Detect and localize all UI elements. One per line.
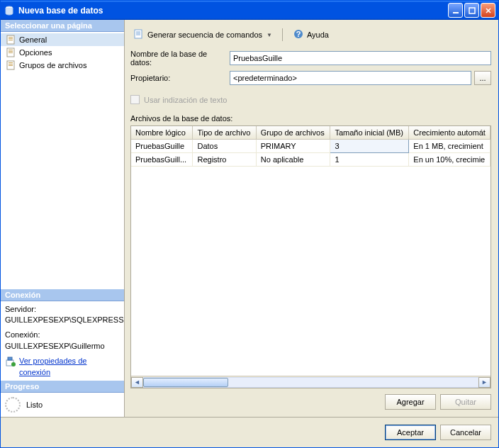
svg-line-3 bbox=[486, 9, 490, 13]
svg-rect-7 bbox=[9, 38, 13, 39]
scroll-track[interactable] bbox=[143, 377, 478, 388]
main-panel: Generar secuencia de comandos ▼ ? Ayuda … bbox=[125, 20, 498, 417]
svg-rect-14 bbox=[9, 62, 13, 63]
add-button[interactable]: Agregar bbox=[385, 394, 436, 410]
connection-label: Conexión: bbox=[5, 330, 120, 340]
col-filegroup[interactable]: Grupo de archivos bbox=[256, 126, 330, 140]
help-icon: ? bbox=[293, 28, 304, 41]
cell-filegroup[interactable]: No aplicable bbox=[256, 153, 330, 167]
dialog-footer: Aceptar Cancelar bbox=[1, 417, 498, 447]
dropdown-arrow-icon: ▼ bbox=[267, 32, 272, 38]
progress-block: Listo bbox=[1, 393, 124, 417]
svg-rect-11 bbox=[9, 51, 13, 52]
svg-rect-2 bbox=[469, 8, 475, 13]
help-label: Ayuda bbox=[307, 30, 329, 39]
page-icon bbox=[5, 47, 16, 58]
cell-initsize[interactable]: 1 bbox=[330, 153, 409, 167]
cell-filetype[interactable]: Registro bbox=[193, 153, 256, 167]
owner-input[interactable] bbox=[230, 71, 471, 85]
cell-filetype[interactable]: Datos bbox=[193, 140, 256, 153]
svg-rect-8 bbox=[9, 40, 13, 40]
grid-buttons: Agregar Quitar bbox=[130, 388, 491, 410]
cancel-button[interactable]: Cancelar bbox=[440, 425, 491, 440]
dbname-row: Nombre de la base de datos: bbox=[130, 50, 491, 67]
scroll-left-icon[interactable]: ◄ bbox=[131, 377, 143, 388]
svg-rect-10 bbox=[9, 50, 13, 50]
svg-text:?: ? bbox=[296, 30, 301, 38]
page-item-label: General bbox=[19, 35, 47, 44]
fulltext-label: Usar indización de texto bbox=[144, 96, 227, 104]
dialog-window: Nueva base de datos Seleccionar una pági… bbox=[0, 0, 499, 448]
connection-value: GUILLEXPESEXP\Guillermo bbox=[5, 341, 120, 352]
page-item-general[interactable]: General bbox=[1, 33, 124, 46]
grid-table: Nombre lógico Tipo de archivo Grupo de a… bbox=[131, 126, 490, 167]
page-item-filegroups[interactable]: Grupos de archivos bbox=[1, 59, 124, 72]
server-value: GUILLEXPESEXP\SQLEXPRESS bbox=[5, 315, 120, 325]
col-initial-size[interactable]: Tamaño inicial (MB) bbox=[330, 126, 409, 140]
cell-initsize[interactable]: 3 bbox=[330, 140, 409, 153]
cell-logical[interactable]: PruebasGuille bbox=[131, 140, 193, 153]
grid-header-row: Nombre lógico Tipo de archivo Grupo de a… bbox=[131, 126, 490, 140]
progress-spinner-icon bbox=[5, 397, 21, 413]
svg-rect-1 bbox=[453, 12, 459, 13]
titlebar[interactable]: Nueva base de datos bbox=[1, 1, 498, 20]
scroll-right-icon[interactable]: ► bbox=[478, 377, 490, 388]
page-item-options[interactable]: Opciones bbox=[1, 46, 124, 59]
view-connection-properties-link[interactable]: Ver propiedades de conexión bbox=[19, 356, 120, 378]
owner-label: Propietario: bbox=[130, 74, 230, 82]
sidebar: Seleccionar una página General Opciones … bbox=[1, 20, 125, 417]
svg-rect-20 bbox=[135, 30, 142, 38]
dialog-body: Seleccionar una página General Opciones … bbox=[1, 20, 498, 417]
scroll-thumb[interactable] bbox=[143, 378, 228, 387]
fulltext-row: Usar indización de texto bbox=[130, 95, 491, 104]
select-page-header: Seleccionar una página bbox=[1, 20, 124, 32]
maximize-button[interactable] bbox=[464, 3, 479, 18]
remove-button: Quitar bbox=[440, 394, 491, 410]
col-logical-name[interactable]: Nombre lógico bbox=[131, 126, 193, 140]
connection-header: Conexión bbox=[1, 289, 124, 301]
page-list: General Opciones Grupos de archivos bbox=[1, 32, 124, 73]
script-label: Generar secuencia de comandos bbox=[147, 30, 262, 39]
grid-row[interactable]: PruebasGuille Datos PRIMARY 3 En 1 MB, c… bbox=[131, 140, 490, 153]
cell-logical[interactable]: PruebasGuill... bbox=[131, 153, 193, 167]
progress-status: Listo bbox=[26, 401, 43, 409]
svg-rect-12 bbox=[9, 52, 13, 53]
owner-row: Propietario: ... bbox=[130, 71, 491, 85]
svg-rect-16 bbox=[9, 65, 13, 66]
properties-icon bbox=[5, 356, 16, 370]
page-icon bbox=[5, 60, 16, 71]
ok-button[interactable]: Aceptar bbox=[385, 425, 436, 440]
svg-rect-18 bbox=[8, 357, 12, 360]
script-button[interactable]: Generar secuencia de comandos ▼ bbox=[130, 27, 275, 43]
minimize-button[interactable] bbox=[448, 3, 463, 18]
svg-rect-15 bbox=[9, 64, 13, 65]
fulltext-checkbox bbox=[130, 95, 140, 104]
dbname-label: Nombre de la base de datos: bbox=[130, 50, 230, 67]
cell-autogrowth[interactable]: En un 10%, crecimie bbox=[409, 153, 490, 167]
cell-autogrowth[interactable]: En 1 MB, crecimient bbox=[409, 140, 490, 153]
script-icon bbox=[133, 28, 145, 41]
col-autogrowth[interactable]: Crecimiento automát bbox=[409, 126, 490, 140]
server-label: Servidor: bbox=[5, 304, 120, 315]
svg-line-4 bbox=[486, 9, 490, 13]
dbname-input[interactable] bbox=[230, 51, 491, 65]
toolbar-separator bbox=[282, 28, 283, 41]
window-title: Nueva base de datos bbox=[18, 6, 447, 16]
page-item-label: Grupos de archivos bbox=[19, 61, 86, 69]
close-button[interactable] bbox=[481, 3, 495, 18]
page-item-label: Opciones bbox=[19, 48, 52, 57]
toolbar: Generar secuencia de comandos ▼ ? Ayuda bbox=[130, 24, 491, 50]
svg-point-19 bbox=[11, 362, 16, 366]
progress-header: Progreso bbox=[1, 381, 124, 393]
svg-rect-6 bbox=[9, 37, 13, 38]
connection-info: Servidor: GUILLEXPESEXP\SQLEXPRESS Conex… bbox=[1, 301, 124, 381]
files-grid: Nombre lógico Tipo de archivo Grupo de a… bbox=[130, 125, 491, 388]
page-icon bbox=[5, 34, 16, 45]
owner-browse-button[interactable]: ... bbox=[474, 71, 491, 85]
horizontal-scrollbar[interactable]: ◄ ► bbox=[131, 376, 490, 388]
grid-body: Nombre lógico Tipo de archivo Grupo de a… bbox=[131, 126, 490, 376]
help-button[interactable]: ? Ayuda bbox=[290, 27, 332, 43]
grid-row[interactable]: PruebasGuill... Registro No aplicable 1 … bbox=[131, 153, 490, 167]
cell-filegroup[interactable]: PRIMARY bbox=[256, 140, 330, 153]
col-file-type[interactable]: Tipo de archivo bbox=[193, 126, 256, 140]
